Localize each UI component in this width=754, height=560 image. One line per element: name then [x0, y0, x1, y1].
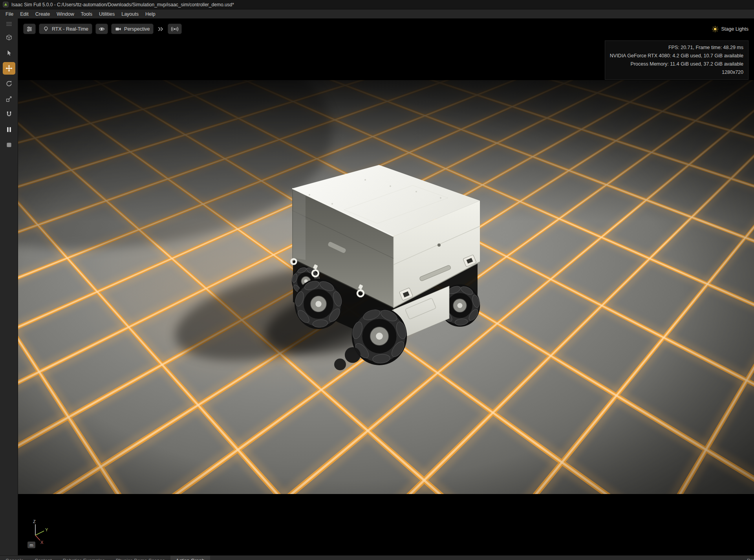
stats-fps: FPS: 20.71, Frame time: 48.29 ms: [610, 44, 743, 52]
rotate-tool-button[interactable]: [3, 77, 15, 90]
menu-tools[interactable]: Tools: [78, 10, 95, 18]
bottom-panel-tabs: Console Content Robotics Examples Physic…: [0, 555, 754, 560]
scale-tool-button[interactable]: [3, 93, 15, 105]
lightbulb-icon: [43, 26, 49, 32]
stats-memory: Process Memory: 11.4 GiB used, 37.2 GiB …: [610, 60, 743, 68]
selection-mode-button[interactable]: [3, 31, 15, 44]
app-icon: [3, 2, 9, 7]
toolbar-drag-handle[interactable]: [3, 21, 15, 27]
unit-badge[interactable]: m: [27, 542, 35, 548]
window-title: Isaac Sim Full 5.0.0 - C:/Users/ttz-auto…: [11, 2, 234, 7]
viewport-3d[interactable]: [18, 80, 754, 494]
stop-button[interactable]: [3, 139, 15, 151]
stats-gpu: NVIDIA GeForce RTX 4080: 4.2 GiB used, 1…: [610, 52, 743, 60]
renderer-label: RTX - Real-Time: [52, 26, 88, 32]
menu-file[interactable]: File: [2, 10, 16, 18]
stop-icon: [5, 141, 13, 149]
viewport-settings-button[interactable]: [23, 24, 36, 34]
snap-button[interactable]: [3, 108, 15, 121]
viewport-toolbar: RTX - Real-Time Perspective: [23, 24, 182, 34]
camera-select-button[interactable]: Perspective: [111, 24, 154, 34]
select-tool-button[interactable]: [3, 47, 15, 59]
scale-icon: [5, 95, 13, 103]
pause-icon: [5, 126, 13, 134]
scene-render: [18, 80, 754, 494]
move-tool-button[interactable]: [3, 62, 15, 75]
toolbar-expand-button[interactable]: [157, 26, 165, 32]
axis-x-label: X: [40, 540, 44, 545]
camera-label: Perspective: [124, 26, 150, 32]
tab-content[interactable]: Content: [29, 556, 57, 560]
cube-icon: [5, 34, 13, 42]
magnet-icon: [5, 110, 13, 118]
visibility-button[interactable]: [95, 24, 108, 34]
left-toolbar: [0, 18, 18, 556]
tab-pro[interactable]: Pro: [742, 556, 754, 560]
performance-stats: FPS: 20.71, Frame time: 48.29 ms NVIDIA …: [605, 40, 749, 80]
menu-edit[interactable]: Edit: [17, 10, 32, 18]
stage-lights-button[interactable]: Stage Lights: [712, 24, 749, 34]
sun-icon: [712, 26, 719, 33]
waypoint-button[interactable]: [168, 24, 182, 34]
tab-action-graph[interactable]: Action Graph: [170, 556, 210, 560]
move-icon: [5, 64, 13, 72]
renderer-select-button[interactable]: RTX - Real-Time: [39, 24, 92, 34]
tab-robotics-examples[interactable]: Robotics Examples: [57, 556, 110, 560]
waypoint-icon: [171, 26, 179, 32]
window-titlebar: Isaac Sim Full 5.0.0 - C:/Users/ttz-auto…: [0, 0, 754, 9]
menu-help[interactable]: Help: [142, 10, 159, 18]
tab-console[interactable]: Console: [0, 556, 29, 560]
double-chevron-icon: [157, 26, 164, 32]
axis-y-label: Y: [45, 527, 48, 532]
cursor-icon: [5, 49, 13, 57]
viewport-panel: RTX - Real-Time Perspective: [18, 18, 754, 556]
menu-layouts[interactable]: Layouts: [118, 10, 142, 18]
pause-button[interactable]: [3, 123, 15, 136]
tab-physics-demo-scenes[interactable]: Physics Demo Scenes: [110, 556, 170, 560]
rotate-icon: [5, 80, 13, 88]
settings-sliders-icon: [26, 26, 33, 32]
stage-lights-label: Stage Lights: [721, 26, 749, 32]
menu-utilities[interactable]: Utilities: [96, 10, 118, 18]
camera-icon: [115, 26, 121, 32]
eye-icon: [99, 26, 105, 32]
menu-window[interactable]: Window: [53, 10, 77, 18]
menu-bar: File Edit Create Window Tools Utilities …: [0, 9, 754, 18]
menu-create[interactable]: Create: [32, 10, 53, 18]
axis-z-label: Z: [33, 519, 36, 524]
stats-resolution: 1280x720: [610, 68, 743, 77]
